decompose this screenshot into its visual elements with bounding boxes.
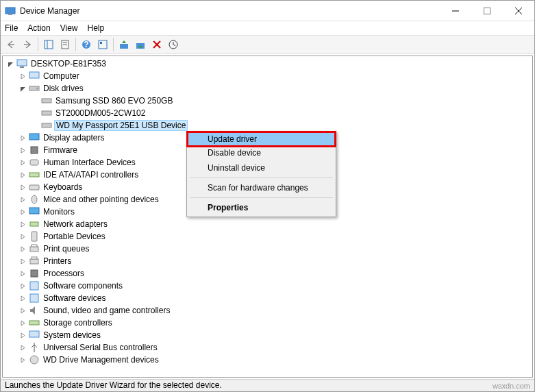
context-scan-hardware[interactable]: Scan for hardware changes [188, 180, 334, 195]
status-text: Launches the Update Driver Wizard for th… [5, 380, 222, 390]
node-label: Mice and other pointing devices [42, 195, 160, 204]
node-label: Software components [42, 281, 124, 291]
chevron-right-icon[interactable] [18, 195, 27, 204]
tree-leaf[interactable]: ST2000DM005-2CW102 [3, 107, 532, 119]
chevron-right-icon[interactable] [18, 269, 27, 278]
maximize-button[interactable] [471, 1, 503, 21]
node-label: Disk drives [42, 84, 85, 93]
tree-node-diskdrives[interactable]: Disk drives [3, 82, 532, 95]
svg-rect-28 [29, 134, 39, 140]
node-label: Firmware [42, 145, 79, 155]
context-update-driver[interactable]: Update driver [186, 131, 336, 147]
svg-rect-1 [8, 14, 12, 15]
tree-node[interactable]: Network adapters [3, 218, 532, 230]
scan-hardware-button[interactable] [166, 37, 181, 52]
svg-point-33 [32, 195, 37, 204]
node-label: Printers [42, 256, 73, 266]
svg-rect-32 [29, 185, 39, 190]
computer-icon [29, 71, 40, 82]
svg-rect-29 [31, 147, 38, 154]
context-uninstall-device[interactable]: Uninstall device [188, 160, 334, 175]
chevron-right-icon[interactable] [18, 330, 27, 340]
tree-node[interactable]: Portable Devices [3, 230, 532, 243]
menu-item-label: Scan for hardware changes [208, 183, 308, 193]
chevron-right-icon[interactable] [18, 306, 27, 315]
tree-root[interactable]: DESKTOP-E81F353 [3, 58, 532, 70]
forward-button[interactable] [20, 37, 35, 52]
chevron-down-icon[interactable] [5, 59, 15, 69]
node-label: Network adapters [42, 219, 109, 229]
node-label: Sound, video and game controllers [42, 306, 171, 315]
tree-node[interactable]: Computer [3, 70, 532, 82]
minimize-button[interactable] [440, 1, 471, 21]
svg-rect-37 [30, 247, 38, 252]
chevron-right-icon[interactable] [18, 182, 27, 192]
app-icon [5, 5, 16, 16]
update-driver-button[interactable] [116, 37, 132, 52]
tree-node[interactable]: Universal Serial Bus controllers [3, 341, 532, 354]
disable-button[interactable] [133, 37, 148, 52]
menu-item-label: Update driver [208, 134, 257, 144]
svg-rect-26 [42, 111, 51, 115]
chevron-right-icon[interactable] [18, 232, 27, 241]
node-label: IDE ATA/ATAPI controllers [42, 170, 140, 180]
svg-rect-25 [42, 99, 51, 103]
chevron-right-icon[interactable] [18, 293, 27, 303]
svg-rect-45 [29, 331, 39, 337]
context-properties[interactable]: Properties [188, 200, 334, 215]
display-icon [29, 132, 40, 143]
svg-rect-27 [42, 123, 51, 127]
tree-leaf-selected[interactable]: WD My Passport 25E1 USB Device [3, 119, 532, 132]
system-icon [29, 330, 40, 341]
context-disable-device[interactable]: Disable device [188, 145, 334, 160]
chevron-right-icon[interactable] [18, 170, 27, 180]
close-button[interactable] [503, 1, 534, 21]
sound-icon [29, 305, 40, 316]
chevron-right-icon[interactable] [18, 281, 27, 291]
help-button[interactable]: ? [79, 37, 94, 52]
chevron-right-icon[interactable] [18, 256, 27, 266]
context-menu: Update driver Disable device Uninstall d… [186, 131, 336, 217]
chevron-right-icon[interactable] [18, 133, 27, 143]
tree-leaf[interactable]: Samsung SSD 860 EVO 250GB [3, 95, 532, 107]
chevron-right-icon[interactable] [18, 219, 27, 229]
tree-node[interactable]: Software components [3, 280, 532, 292]
tree-node[interactable]: Storage controllers [3, 317, 532, 329]
uninstall-button[interactable] [149, 37, 164, 52]
menu-help[interactable]: Help [88, 23, 105, 33]
svg-text:?: ? [84, 40, 88, 49]
watermark: wsxdn.com [493, 382, 530, 390]
chevron-right-icon[interactable] [18, 355, 27, 365]
action-button[interactable] [95, 37, 110, 52]
chevron-right-icon[interactable] [18, 244, 27, 254]
menu-action[interactable]: Action [27, 23, 50, 33]
printer-icon [29, 256, 40, 267]
tree-node[interactable]: Processors [3, 267, 532, 280]
toolbar-separator [113, 38, 114, 51]
tree-node[interactable]: WD Drive Management devices [3, 354, 532, 366]
chevron-right-icon[interactable] [18, 318, 27, 328]
chevron-right-icon[interactable] [18, 207, 27, 217]
show-hide-tree-button[interactable] [41, 37, 56, 52]
tree-node[interactable]: Printers [3, 255, 532, 267]
menu-view[interactable]: View [60, 23, 78, 33]
tree-node[interactable]: Software devices [3, 292, 532, 304]
network-icon [29, 219, 40, 230]
tree-node[interactable]: System devices [3, 329, 532, 341]
disk-icon [41, 95, 52, 106]
menu-item-label: Properties [208, 203, 248, 212]
chevron-right-icon[interactable] [18, 71, 27, 81]
chevron-right-icon[interactable] [18, 158, 27, 167]
printer-icon [29, 243, 40, 254]
tree-node[interactable]: Sound, video and game controllers [3, 304, 532, 317]
chevron-down-icon[interactable] [18, 84, 27, 93]
properties-button[interactable] [58, 37, 73, 52]
back-button[interactable] [3, 37, 18, 52]
chevron-right-icon[interactable] [18, 145, 27, 155]
chevron-right-icon[interactable] [18, 343, 27, 352]
menu-bar: File Action View Help [1, 21, 534, 35]
chip-icon [29, 145, 40, 156]
menu-file[interactable]: File [5, 23, 18, 33]
tree-node[interactable]: Print queues [3, 243, 532, 255]
menu-item-label: Disable device [208, 148, 261, 158]
